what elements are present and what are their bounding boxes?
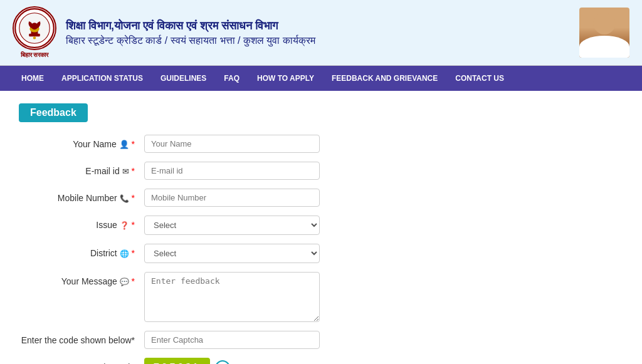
header-title: शिक्षा विभाग,योजना एवं विकास एवं श्रम सं… <box>66 19 315 33</box>
issue-row: Issue * Select <box>19 216 623 235</box>
chat-icon <box>120 276 129 286</box>
message-label: Your Message * <box>19 272 144 286</box>
government-logo <box>13 6 56 50</box>
captcha-code-label: Captcha code <box>19 358 144 364</box>
nav-faq[interactable]: FAQ <box>215 66 248 91</box>
feedback-badge: Feedback <box>19 103 88 122</box>
district-label: District * <box>19 244 144 258</box>
page-header: बिहार सरकार शिक्षा विभाग,योजना एवं विकास… <box>0 0 642 66</box>
message-row: Your Message * <box>19 272 623 322</box>
main-content: Feedback Your Name * E-mail id * Mobile … <box>0 91 642 364</box>
svg-point-6 <box>33 36 36 39</box>
name-input[interactable] <box>144 135 320 153</box>
logo-label: बिहार सरकार <box>21 51 49 59</box>
captcha-input-label: Enter the code shown below* <box>19 331 144 345</box>
district-select[interactable]: Select <box>144 244 320 263</box>
header-subtitle: बिहार स्टूडेन्ट क्रेडिट कार्ड / स्वयं सह… <box>66 35 315 46</box>
nav-feedback-grievance[interactable]: FEEDBACK AND GRIEVANCE <box>323 66 446 91</box>
nav-guidelines[interactable]: GUIDELINES <box>152 66 215 91</box>
feedback-form: Your Name * E-mail id * Mobile Number * <box>19 135 623 364</box>
captcha-input[interactable] <box>144 331 320 349</box>
mobile-label: Mobile Number * <box>19 189 144 203</box>
question-icon <box>120 220 129 230</box>
name-label: Your Name * <box>19 135 144 149</box>
district-row: District * Select <box>19 244 623 263</box>
nav-application-status[interactable]: APPLICATION STATUS <box>53 66 152 91</box>
person-icon <box>119 139 129 149</box>
header-text: शिक्षा विभाग,योजना एवं विकास एवं श्रम सं… <box>66 19 315 46</box>
nav-home[interactable]: HOME <box>13 66 53 91</box>
mobile-row: Mobile Number * <box>19 189 623 207</box>
email-label: E-mail id * <box>19 162 144 176</box>
email-row: E-mail id * <box>19 162 623 180</box>
captcha-input-row: Enter the code shown below* <box>19 331 623 349</box>
captcha-refresh-icon[interactable]: ↻ <box>215 360 230 365</box>
issue-select[interactable]: Select <box>144 216 320 235</box>
captcha-code-row: Captcha code I0501L ↻ <box>19 358 623 364</box>
email-icon <box>122 166 129 176</box>
navbar: HOME APPLICATION STATUS GUIDELINES FAQ H… <box>0 66 642 91</box>
nav-how-to-apply[interactable]: HOW TO APPLY <box>248 66 323 91</box>
phone-icon <box>120 193 129 203</box>
captcha-value: I0501L <box>144 358 210 364</box>
issue-label: Issue * <box>19 216 144 230</box>
name-row: Your Name * <box>19 135 623 153</box>
person-photo <box>579 8 629 58</box>
header-left: बिहार सरकार शिक्षा विभाग,योजना एवं विकास… <box>13 6 315 59</box>
message-textarea[interactable] <box>144 272 320 322</box>
email-input[interactable] <box>144 162 320 180</box>
nav-contact-us[interactable]: CONTACT US <box>446 66 513 91</box>
globe-icon <box>120 248 129 258</box>
mobile-input[interactable] <box>144 189 320 207</box>
